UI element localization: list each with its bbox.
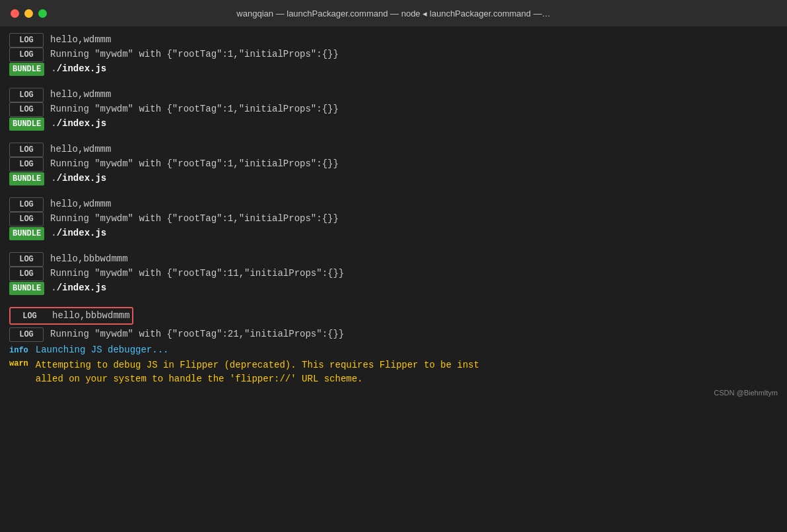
log-badge: LOG bbox=[9, 88, 44, 102]
log-badge: LOG bbox=[9, 197, 44, 212]
log-badge: LOG bbox=[9, 33, 44, 48]
warn-text: Attempting to debug JS in Flipper (depre… bbox=[36, 358, 479, 386]
log-group: LOG hello,wdmmm LOG Running "mywdm" with… bbox=[9, 197, 778, 240]
bundle-badge: BUNDLE bbox=[9, 172, 44, 185]
log-line: LOG Running "mywdm" with {"rootTag":21,"… bbox=[9, 327, 778, 342]
log-group: LOG hello,wdmmm LOG Running "mywdm" with… bbox=[9, 33, 778, 76]
bundle-text: ./index.js bbox=[51, 117, 106, 131]
traffic-lights bbox=[11, 9, 47, 18]
log-line: LOG hello,bbbwdmmm bbox=[9, 252, 778, 267]
bundle-line: BUNDLE ./index.js bbox=[9, 226, 778, 240]
bundle-line: BUNDLE ./index.js bbox=[9, 281, 778, 295]
bundle-line: BUNDLE ./index.js bbox=[9, 117, 778, 131]
info-line: info Launching JS debugger... bbox=[9, 343, 778, 357]
bundle-badge: BUNDLE bbox=[9, 227, 44, 240]
log-line: LOG hello,wdmmm bbox=[9, 143, 778, 157]
info-badge: info bbox=[9, 344, 32, 357]
log-text: hello,wdmmm bbox=[50, 197, 111, 211]
highlighted-log-badge: LOG bbox=[13, 310, 47, 323]
terminal-body: LOG hello,wdmmm LOG Running "mywdm" with… bbox=[0, 26, 787, 532]
close-button[interactable] bbox=[11, 9, 19, 18]
last-section: LOG hello,bbbwdmmm LOG Running "mywdm" w… bbox=[9, 307, 778, 386]
window-title: wangqian — launchPackager.command — node… bbox=[236, 9, 550, 18]
log-text: Running "mywdm" with {"rootTag":1,"initi… bbox=[50, 212, 339, 226]
log-badge: LOG bbox=[9, 327, 44, 342]
log-line: LOG Running "mywdm" with {"rootTag":1,"i… bbox=[9, 157, 778, 172]
log-text: hello,wdmmm bbox=[50, 33, 111, 47]
title-bar: wangqian — launchPackager.command — node… bbox=[0, 0, 787, 26]
bundle-text: ./index.js bbox=[51, 226, 106, 240]
highlighted-log-line: LOG hello,bbbwdmmm bbox=[9, 307, 133, 325]
log-text: Running "mywdm" with {"rootTag":1,"initi… bbox=[50, 48, 339, 61]
log-line: LOG Running "mywdm" with {"rootTag":1,"i… bbox=[9, 212, 778, 226]
log-text: Running "mywdm" with {"rootTag":21,"init… bbox=[50, 327, 344, 341]
log-badge: LOG bbox=[9, 212, 44, 226]
log-badge: LOG bbox=[9, 252, 44, 267]
log-group: LOG hello,wdmmm LOG Running "mywdm" with… bbox=[9, 88, 778, 131]
warn-line: warn Attempting to debug JS in Flipper (… bbox=[9, 358, 778, 386]
bundle-text: ./index.js bbox=[51, 62, 106, 76]
log-badge: LOG bbox=[9, 157, 44, 172]
warn-badge: warn bbox=[9, 358, 32, 369]
info-text: Launching JS debugger... bbox=[36, 343, 169, 357]
log-badge: LOG bbox=[9, 143, 44, 157]
log-group: LOG hello,wdmmm LOG Running "mywdm" with… bbox=[9, 143, 778, 185]
log-line: LOG hello,wdmmm bbox=[9, 88, 778, 102]
log-text: Running "mywdm" with {"rootTag":11,"init… bbox=[50, 267, 344, 281]
log-line: LOG hello,wdmmm bbox=[9, 197, 778, 212]
log-badge: LOG bbox=[9, 48, 44, 62]
bundle-text: ./index.js bbox=[51, 281, 106, 295]
log-line: LOG hello,wdmmm bbox=[9, 33, 778, 48]
log-text: hello,wdmmm bbox=[50, 143, 111, 156]
bundle-line: BUNDLE ./index.js bbox=[9, 62, 778, 76]
log-text: hello,wdmmm bbox=[50, 88, 111, 102]
footer: CSDN @Biehmltym bbox=[9, 389, 778, 397]
highlighted-log-text: hello,bbbwdmmm bbox=[52, 309, 130, 323]
log-line: LOG Running "mywdm" with {"rootTag":11,"… bbox=[9, 267, 778, 281]
bundle-badge: BUNDLE bbox=[9, 63, 44, 76]
bundle-badge: BUNDLE bbox=[9, 282, 44, 295]
log-badge: LOG bbox=[9, 267, 44, 281]
minimize-button[interactable] bbox=[24, 9, 33, 18]
bundle-text: ./index.js bbox=[51, 172, 106, 185]
bundle-badge: BUNDLE bbox=[9, 117, 44, 131]
bundle-line: BUNDLE ./index.js bbox=[9, 172, 778, 185]
maximize-button[interactable] bbox=[38, 9, 47, 18]
log-text: Running "mywdm" with {"rootTag":1,"initi… bbox=[50, 157, 339, 171]
log-text: Running "mywdm" with {"rootTag":1,"initi… bbox=[50, 102, 339, 116]
log-group: LOG hello,bbbwdmmm LOG Running "mywdm" w… bbox=[9, 252, 778, 295]
log-line: LOG Running "mywdm" with {"rootTag":1,"i… bbox=[9, 48, 778, 62]
log-line: LOG Running "mywdm" with {"rootTag":1,"i… bbox=[9, 102, 778, 117]
log-text: hello,bbbwdmmm bbox=[50, 252, 128, 266]
log-badge: LOG bbox=[9, 102, 44, 117]
